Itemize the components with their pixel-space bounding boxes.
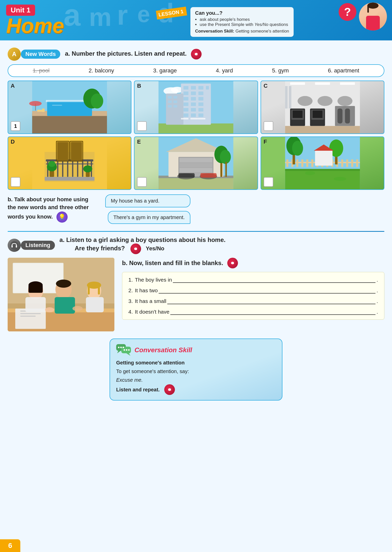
speech-bubbles: My house has a yard. There's a gym in my… [100, 194, 190, 224]
cd-icon-03b[interactable]: 03 [227, 258, 238, 268]
svg-rect-157 [35, 282, 38, 292]
blank-text-3: It has a small [135, 298, 167, 304]
svg-rect-71 [45, 177, 95, 181]
svg-rect-79 [72, 159, 73, 177]
fill-blank-item-3: 3. It has a small . [128, 298, 378, 304]
svg-rect-67 [285, 86, 288, 109]
svg-marker-171 [126, 353, 130, 356]
headphone-icon [8, 239, 21, 252]
gym-illustration [261, 81, 384, 133]
word-gym: 5. gym [269, 67, 291, 74]
svg-point-159 [56, 280, 71, 288]
conversation-skill-title: Conversation Skill [134, 346, 192, 354]
picture-cell-b: B [134, 81, 258, 134]
header-left: Unit 1 Home [6, 5, 64, 36]
fill-blanks-title-text: b. Now, listen and fill in the blanks. [122, 259, 223, 267]
svg-rect-111 [225, 162, 227, 177]
fill-blank-item-4: 4. It doesn't have . [128, 309, 378, 315]
svg-rect-84 [57, 142, 68, 161]
svg-rect-32 [191, 102, 196, 106]
svg-rect-163 [88, 284, 90, 295]
svg-point-64 [297, 96, 312, 106]
svg-rect-77 [62, 159, 63, 177]
picture-number-d [11, 177, 20, 187]
svg-rect-19 [159, 124, 233, 133]
svg-point-172 [118, 347, 119, 348]
svg-rect-26 [191, 91, 196, 95]
svg-rect-151 [20, 313, 41, 314]
balcony-illustration [8, 137, 131, 189]
svg-rect-119 [301, 159, 303, 167]
svg-rect-156 [25, 297, 46, 312]
cd-icon-02[interactable]: 02 [191, 49, 202, 59]
svg-point-110 [220, 150, 231, 164]
svg-point-167 [72, 306, 83, 311]
svg-rect-41 [168, 96, 172, 99]
header-center: LESSON 1 Can you...? ask about people's … [64, 5, 386, 37]
garage-illustration [134, 137, 257, 189]
picture-number-e [137, 177, 147, 187]
word-balcony: 2. balcony [86, 67, 117, 74]
svg-rect-23 [199, 86, 204, 90]
conv-skill-label: Conversation Skill: [195, 29, 234, 34]
svg-rect-22 [191, 86, 196, 90]
picture-cell-d: D [8, 136, 131, 190]
svg-rect-142 [16, 245, 17, 248]
svg-rect-76 [57, 159, 58, 177]
svg-rect-36 [199, 108, 204, 112]
svg-rect-102 [179, 168, 212, 173]
svg-rect-27 [199, 91, 204, 95]
svg-point-10 [91, 94, 103, 109]
brain-icon: 💡 [56, 211, 68, 223]
svg-rect-30 [199, 97, 204, 101]
svg-rect-60 [312, 111, 322, 118]
svg-rect-113 [285, 170, 360, 189]
svg-rect-1 [366, 16, 380, 30]
picture-label-b: B [137, 83, 141, 89]
fill-blank-item-2: 2. It has two . [128, 287, 378, 294]
picture-number-b [137, 121, 147, 131]
word-garage: 3. garage [150, 67, 179, 74]
svg-rect-43 [168, 101, 172, 103]
blank-num-4: 4. [128, 309, 133, 315]
cd-icon-04[interactable]: 04 [164, 384, 175, 395]
conversation-skill-section: Conversation Skill Getting someone's att… [8, 339, 384, 401]
blank-line-2[interactable] [159, 288, 375, 294]
svg-point-177 [128, 349, 130, 351]
picture-number-a: 1 [11, 121, 20, 131]
main-content: A New Words a. Number the pictures. List… [0, 40, 392, 552]
speech-bubble-2: There's a gym in my apartment. [108, 211, 190, 224]
picture-number-f [264, 177, 273, 187]
blank-num-3: 3. [128, 298, 133, 304]
can-you-list: ask about people's homes use the Present… [200, 17, 289, 27]
blank-text-2: It has two [135, 287, 158, 294]
svg-rect-33 [199, 102, 204, 106]
picture-cell-a: A 1 [8, 81, 131, 134]
blank-line-1[interactable] [173, 277, 375, 283]
svg-point-90 [48, 161, 55, 167]
picture-label-d: D [11, 139, 15, 145]
svg-rect-121 [311, 159, 313, 167]
listening-instruction-a: a. Listen to a girl asking a boy questio… [59, 236, 384, 254]
conv-skill-heading: Getting someone's attention [116, 358, 274, 367]
cd-icon-03a[interactable]: 03 [130, 243, 141, 254]
svg-rect-34 [184, 108, 189, 112]
picture-cell-e: E [134, 136, 258, 190]
bubble-text-1: My house has a yard. [111, 198, 159, 204]
blank-line-3[interactable] [167, 299, 375, 304]
svg-rect-62 [337, 109, 342, 124]
svg-rect-45 [168, 105, 172, 108]
teacher-avatar [359, 3, 387, 30]
svg-rect-101 [179, 163, 212, 167]
svg-rect-78 [67, 159, 68, 177]
cd-number-03a: 03 [134, 247, 137, 250]
svg-rect-37 [184, 114, 189, 117]
blank-line-4[interactable] [170, 309, 375, 315]
svg-point-133 [292, 141, 303, 156]
conv-skill-body3-row: Listen and repeat. 04 [116, 384, 274, 395]
new-words-icon: A [8, 48, 21, 61]
students-illustration [8, 258, 114, 331]
picture-label-a: A [11, 83, 15, 89]
conversation-skill-header-row: Conversation Skill [116, 344, 274, 356]
page-number-text: 6 [8, 542, 12, 550]
